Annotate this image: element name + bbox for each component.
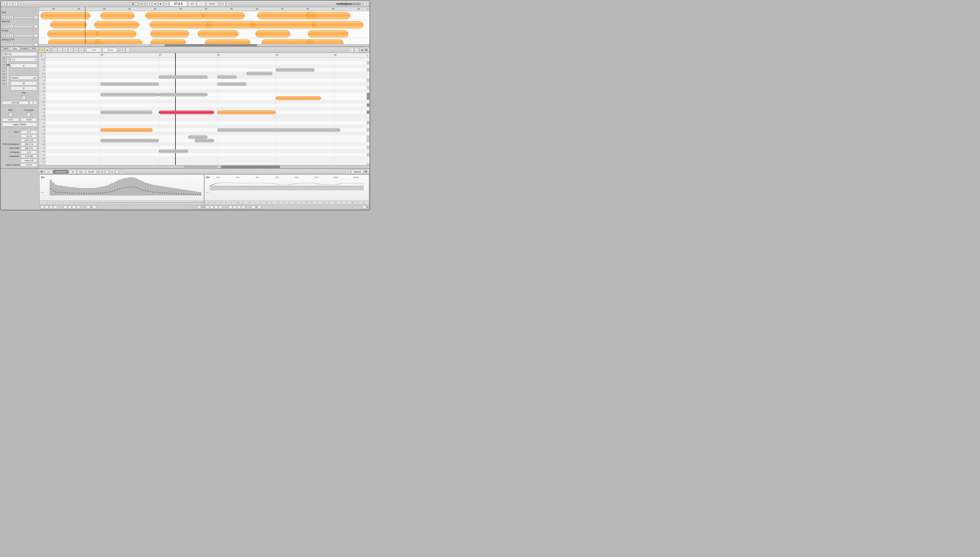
harmonic-bar[interactable] [147, 183, 149, 195]
amplitude-tool-icon[interactable]: ◠ [68, 48, 73, 52]
mute-button[interactable]: M [2, 25, 5, 28]
eb-3[interactable] [215, 205, 218, 208]
tab-note[interactable]: Note [10, 47, 20, 50]
rec-button[interactable]: ● [10, 25, 13, 28]
gain-value[interactable]: 0.00 dB [2, 101, 29, 104]
pitchmod-value[interactable]: 100.0 % [21, 142, 37, 146]
chain-icon[interactable]: ➣ [35, 38, 37, 41]
waveform-clip[interactable] [251, 21, 317, 28]
harmonic-bar[interactable] [152, 185, 154, 195]
harmonic-bar[interactable] [176, 189, 177, 195]
harmonic-bar[interactable] [99, 187, 101, 195]
link-icon[interactable]: ⊘ [32, 38, 34, 41]
track-fader[interactable] [14, 34, 33, 37]
arrange-lane[interactable] [39, 29, 370, 38]
editor-playhead[interactable] [175, 53, 176, 165]
hb-3[interactable] [49, 205, 53, 208]
solo-button[interactable]: S [11, 86, 37, 90]
se-tab-hi[interactable]: Hi [70, 170, 76, 174]
harmonic-bar[interactable] [93, 188, 94, 195]
play-button[interactable]: ▶ [158, 2, 163, 6]
separation-tool-icon[interactable]: ⊹ [79, 48, 84, 52]
piano-ruler[interactable]: 𝄞 BbAAbGGbF 4EEbDDbCBBbAAbGGbF 3EEbDDbCB… [39, 53, 46, 165]
se-tab-harmonics[interactable]: Harmonics [53, 170, 68, 174]
harmonic-bar[interactable] [159, 186, 161, 195]
harmonic-bar[interactable] [50, 179, 52, 195]
eq-gear-icon[interactable]: ⚙▾ [206, 176, 210, 179]
se-tool-3-icon[interactable]: ⊡ [120, 169, 124, 174]
master-select[interactable]: Master▴▾ [11, 76, 37, 80]
pitch-offset-value[interactable]: 0.00 [2, 118, 19, 121]
harmonic-bar[interactable] [180, 189, 182, 195]
waveform-clip[interactable] [96, 30, 137, 37]
track-fader[interactable] [14, 26, 33, 28]
tempo-value[interactable]: 83.00 [206, 2, 218, 6]
link-icon[interactable]: ⊘ [32, 29, 34, 32]
tab-file[interactable]: File [29, 47, 39, 50]
note-blob[interactable] [159, 111, 214, 114]
note-blob[interactable] [101, 93, 159, 96]
arrange-body[interactable]: ♫ 28293031323334353637383940 [39, 7, 370, 46]
pan-value[interactable]: 0 [29, 101, 37, 104]
se-tab-synth[interactable]: Synth [86, 170, 96, 174]
se-tool-2-icon[interactable]: ⊡ [110, 169, 114, 174]
eb-4[interactable] [219, 205, 222, 208]
track-fader[interactable] [14, 16, 33, 18]
hb-9[interactable] [86, 205, 90, 208]
window-toggle-icon[interactable]: ▯ [364, 2, 368, 6]
note-blob[interactable] [101, 111, 152, 114]
autoscroll-right-icon[interactable]: ⇥ [227, 2, 231, 6]
se-settings-left-icon[interactable]: ⚙ [41, 170, 43, 173]
hb-10[interactable] [93, 205, 96, 208]
harmonic-bar[interactable] [109, 184, 111, 195]
amplitude-value[interactable]: 0.00 dB [21, 155, 37, 158]
eb-7[interactable] [237, 205, 241, 208]
note-blob[interactable] [217, 128, 341, 132]
arrange-lanes[interactable] [39, 11, 370, 46]
harmonic-bar[interactable] [64, 186, 66, 195]
channel-select[interactable]: 1-2▾ [11, 57, 37, 62]
panel-toggle-3[interactable]: ∿ [13, 2, 18, 6]
harmonic-bar[interactable] [59, 186, 61, 195]
waveform-clip[interactable] [145, 12, 205, 19]
pitch-tool-icon[interactable]: ♪ [58, 48, 62, 52]
harmonic-bar[interactable] [173, 188, 175, 195]
harmonic-bar[interactable] [197, 192, 199, 195]
autoscroll-left-icon[interactable]: ⇤ [221, 2, 226, 6]
harmonic-bar[interactable] [121, 179, 123, 195]
note-blob[interactable] [217, 75, 237, 79]
cycle-button[interactable]: ↻ [164, 2, 168, 6]
rec-button[interactable]: ● [10, 16, 13, 19]
se-tab-eq[interactable]: EQ [77, 170, 85, 174]
harmonic-bar[interactable] [178, 189, 180, 195]
se-tab-lo[interactable]: Lo [45, 170, 52, 174]
harmonic-bar[interactable] [90, 188, 92, 195]
pitch-hz[interactable]: 194.7 Hz [21, 138, 37, 142]
list-view-icon[interactable]: ▦ [360, 48, 364, 52]
hb-2[interactable] [45, 205, 49, 208]
harmonic-bar[interactable] [154, 185, 156, 195]
harmonic-bar[interactable] [52, 182, 54, 195]
waveform-clip[interactable] [306, 12, 350, 19]
note-blob[interactable] [276, 96, 321, 100]
pitchdrift-value[interactable]: 100.0 % [21, 147, 37, 150]
link-tool-icon[interactable]: 🔗 [40, 48, 44, 52]
note-blob[interactable] [188, 135, 208, 139]
waveform-clip[interactable] [41, 12, 90, 19]
harmonic-bar[interactable] [149, 184, 151, 195]
waveform-clip[interactable] [47, 30, 99, 37]
editor-body[interactable]: 𝄞 BbAAbGGbF 4EEbDDbCBBbAAbGGbF 3EEbDDbCB… [39, 53, 370, 165]
link-icon[interactable]: ⊘ [32, 11, 34, 14]
hb-8[interactable] [76, 205, 80, 208]
waveform-clip[interactable] [308, 30, 348, 37]
view-mode-2-icon[interactable]: ○ [354, 48, 359, 52]
harmonic-bar[interactable] [137, 179, 139, 195]
arrow-tool-icon[interactable]: ↖ [52, 48, 57, 52]
harmonic-bar[interactable] [76, 188, 78, 195]
se-settings-right-icon[interactable]: ⚙ [364, 170, 367, 173]
mute-button[interactable]: M [2, 34, 5, 37]
harmonic-bar[interactable] [168, 187, 171, 195]
mute-button[interactable]: M [2, 16, 5, 19]
note-blob[interactable] [101, 139, 159, 142]
harmonics-panel[interactable]: ⚙▾ — <1234567891011121314151617181920212… [39, 174, 204, 209]
